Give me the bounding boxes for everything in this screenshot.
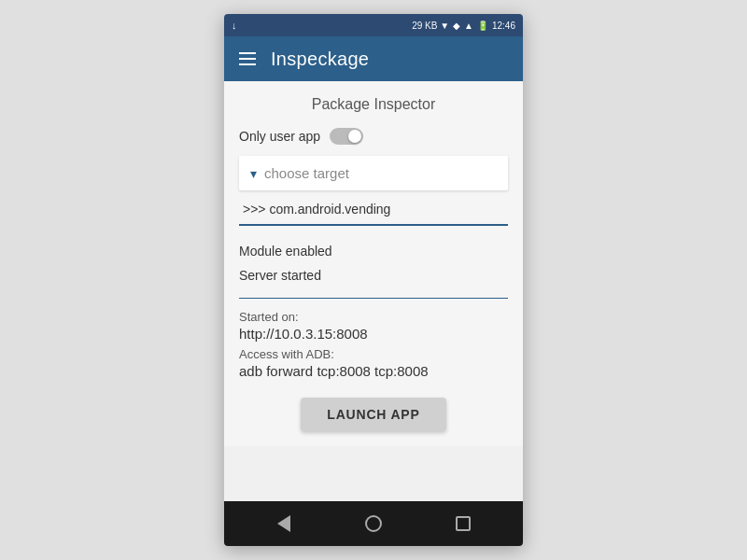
only-user-app-toggle[interactable] bbox=[330, 128, 363, 145]
recents-button[interactable] bbox=[448, 509, 478, 539]
toggle-label: Only user app bbox=[239, 129, 320, 144]
battery-icon: 🔋 bbox=[477, 21, 488, 31]
time-display: 12:46 bbox=[492, 21, 515, 31]
app-bar: Inspeckage bbox=[224, 36, 523, 81]
section-title: Package Inspector bbox=[239, 96, 508, 113]
home-button[interactable] bbox=[359, 509, 388, 539]
recents-icon bbox=[456, 516, 471, 531]
back-icon bbox=[277, 515, 290, 532]
user-app-toggle-row: Only user app bbox=[239, 128, 508, 145]
signal-icon: ◆ bbox=[453, 21, 460, 31]
nav-bar bbox=[224, 501, 523, 546]
module-status: Module enabled bbox=[239, 241, 508, 261]
server-label: Started on: bbox=[239, 310, 508, 324]
main-content: Package Inspector Only user app ▾ choose… bbox=[224, 81, 523, 501]
home-icon bbox=[365, 515, 382, 532]
package-inspector-card: Package Inspector Only user app ▾ choose… bbox=[224, 81, 523, 446]
target-dropdown[interactable]: ▾ choose target bbox=[239, 156, 508, 190]
dropdown-arrow-icon: ▾ bbox=[250, 166, 257, 181]
app-title: Inspeckage bbox=[271, 49, 369, 70]
signal-bars-icon: ▲ bbox=[464, 21, 473, 31]
package-text: >>> com.android.vending bbox=[239, 194, 508, 226]
status-bar: ↓ 29 KB ▼ ◆ ▲ 🔋 12:46 bbox=[224, 14, 523, 36]
download-icon: ↓ bbox=[232, 20, 237, 31]
status-bar-right: 29 KB ▼ ◆ ▲ 🔋 12:46 bbox=[412, 21, 515, 31]
status-bar-left: ↓ bbox=[232, 20, 237, 31]
data-label: 29 KB ▼ bbox=[412, 21, 449, 31]
launch-app-button[interactable]: LAUNCH APP bbox=[301, 398, 445, 431]
launch-btn-container: LAUNCH APP bbox=[239, 398, 508, 431]
server-status: Server started bbox=[239, 265, 508, 286]
phone-frame: ↓ 29 KB ▼ ◆ ▲ 🔋 12:46 Inspeckage Package… bbox=[224, 14, 523, 546]
adb-label: Access with ADB: bbox=[239, 347, 508, 361]
hamburger-menu-icon[interactable] bbox=[239, 52, 256, 65]
adb-command: adb forward tcp:8008 tcp:8008 bbox=[239, 363, 508, 379]
back-button[interactable] bbox=[269, 509, 299, 539]
server-info-section: Started on: http://10.0.3.15:8008 Access… bbox=[239, 298, 508, 379]
server-url: http://10.0.3.15:8008 bbox=[239, 326, 508, 342]
dropdown-placeholder-text: choose target bbox=[264, 165, 497, 181]
